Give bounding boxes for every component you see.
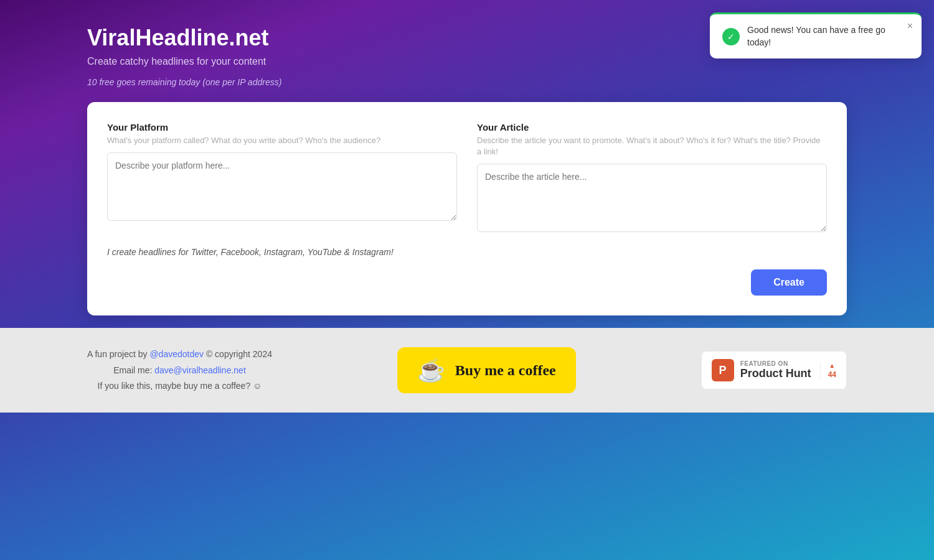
footer: A fun project by @davedotdev © copyright…	[0, 328, 934, 413]
product-hunt-text-block: FEATURED ON Product Hunt	[740, 360, 811, 380]
article-label: Your Article	[477, 122, 827, 133]
email-link[interactable]: dave@viralheadline.net	[154, 365, 246, 375]
create-button[interactable]: Create	[751, 269, 827, 296]
toast-success-icon: ✓	[722, 28, 740, 45]
article-description: Describe the article you want to promote…	[477, 135, 827, 157]
footer-credits: A fun project by @davedotdev © copyright…	[87, 347, 272, 394]
product-hunt-logo: P	[712, 359, 734, 381]
product-hunt-votes: ▲ 44	[820, 362, 836, 379]
footer-credit-text2: © copyright 2024	[204, 349, 272, 359]
form-footer: Create	[107, 269, 827, 296]
toast-message: Good news! You can have a free go today!	[747, 24, 909, 49]
coffee-text: Buy me a coffee	[455, 362, 556, 379]
form-inputs-row: Your Platform What's your platform calle…	[107, 122, 827, 235]
toast-notification: × ✓ Good news! You can have a free go to…	[710, 12, 922, 58]
footer-credit-line3: If you like this, maybe buy me a coffee?…	[87, 378, 272, 394]
platform-textarea[interactable]	[107, 152, 457, 221]
coffee-cup-icon: ☕	[417, 357, 445, 383]
free-goes-notice: 10 free goes remaining today (one per IP…	[87, 77, 847, 87]
product-hunt-name: Product Hunt	[740, 367, 811, 380]
upvote-arrow-icon: ▲	[829, 362, 835, 369]
footer-credit-line1: A fun project by @davedotdev © copyright…	[87, 347, 272, 362]
platform-label: Your Platform	[107, 122, 457, 133]
form-card: Your Platform What's your platform calle…	[87, 102, 847, 315]
footer-credit-line2: Email me: dave@viralheadline.net	[87, 363, 272, 378]
article-group: Your Article Describe the article you wa…	[477, 122, 827, 235]
platform-group: Your Platform What's your platform calle…	[107, 122, 457, 235]
article-textarea[interactable]	[477, 164, 827, 232]
davedotdev-link[interactable]: @davedotdev	[149, 349, 204, 359]
form-note: I create headlines for Twitter, Facebook…	[107, 247, 827, 257]
toast-close-button[interactable]: ×	[907, 21, 913, 32]
footer-credit-text1: A fun project by	[87, 349, 149, 359]
product-hunt-badge[interactable]: P FEATURED ON Product Hunt ▲ 44	[701, 351, 847, 390]
vote-count: 44	[828, 370, 836, 379]
product-hunt-featured-label: FEATURED ON	[740, 360, 811, 367]
coffee-button[interactable]: ☕ Buy me a coffee	[397, 347, 576, 393]
footer-email-label: Email me:	[113, 365, 154, 375]
platform-description: What's your platform called? What do you…	[107, 135, 457, 146]
